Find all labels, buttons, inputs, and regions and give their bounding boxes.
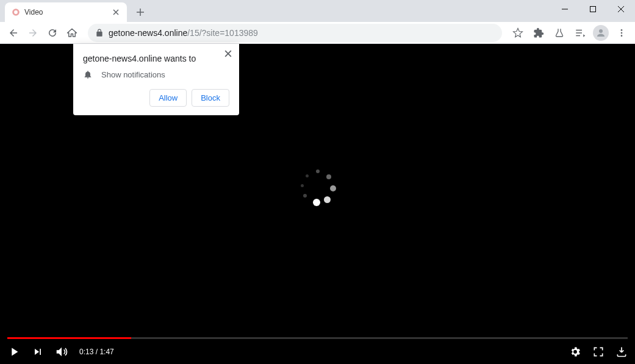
back-button[interactable] <box>5 24 22 41</box>
volume-button[interactable] <box>55 345 68 359</box>
allow-button[interactable]: Allow <box>149 89 187 107</box>
extensions-button[interactable] <box>530 24 547 41</box>
play-button[interactable] <box>7 345 21 359</box>
block-button[interactable]: Block <box>192 89 229 107</box>
lock-icon <box>95 29 104 37</box>
browser-menu-button[interactable] <box>613 24 630 41</box>
tab-title: Video <box>24 8 107 16</box>
time-display: 0:13 / 1:47 <box>79 348 114 356</box>
profile-button[interactable] <box>592 24 609 41</box>
svg-rect-2 <box>590 7 596 12</box>
labs-button[interactable] <box>551 24 568 41</box>
svg-point-6 <box>621 35 623 37</box>
download-button[interactable] <box>615 346 628 358</box>
loading-spinner-icon <box>300 170 336 206</box>
browser-toolbar: getone-news4.online/15/?site=1013989 <box>0 22 635 44</box>
tab-close-button[interactable] <box>111 7 121 17</box>
home-button[interactable] <box>63 24 81 41</box>
video-controls: 0:13 / 1:47 <box>0 339 635 364</box>
url-host: getone-news4.online <box>109 28 187 38</box>
svg-point-3 <box>599 29 603 33</box>
forward-button[interactable] <box>24 24 41 41</box>
avatar-icon <box>593 25 609 41</box>
next-button[interactable] <box>32 346 44 358</box>
media-controls-button[interactable] <box>572 24 589 41</box>
svg-point-5 <box>621 32 623 34</box>
svg-point-4 <box>621 29 623 31</box>
url-text: getone-news4.online/15/?site=1013989 <box>109 28 258 38</box>
reload-button[interactable] <box>44 24 61 41</box>
browser-tab[interactable]: Video <box>5 2 127 22</box>
bookmark-star-button[interactable] <box>509 24 526 41</box>
window-minimize-button[interactable] <box>551 0 579 18</box>
address-bar[interactable]: getone-news4.online/15/?site=1013989 <box>88 24 502 42</box>
duration: 1:47 <box>99 348 113 356</box>
svg-point-1 <box>14 10 18 14</box>
new-tab-button[interactable] <box>132 4 149 21</box>
popup-origin-text: getone-news4.online wants to <box>83 54 229 63</box>
window-maximize-button[interactable] <box>579 0 607 18</box>
url-path: /15/?site=1013989 <box>187 28 258 38</box>
permission-label: Show notifications <box>101 70 165 79</box>
bell-icon <box>83 70 93 79</box>
notification-permission-popup: getone-news4.online wants to Show notifi… <box>73 44 239 115</box>
settings-button[interactable] <box>569 346 581 358</box>
popup-close-button[interactable] <box>222 48 234 60</box>
current-time: 0:13 <box>79 348 93 356</box>
browser-titlebar: Video <box>0 0 635 22</box>
window-controls <box>551 0 635 18</box>
fullscreen-button[interactable] <box>592 346 605 358</box>
tab-favicon <box>11 7 21 17</box>
window-close-button[interactable] <box>607 0 635 18</box>
